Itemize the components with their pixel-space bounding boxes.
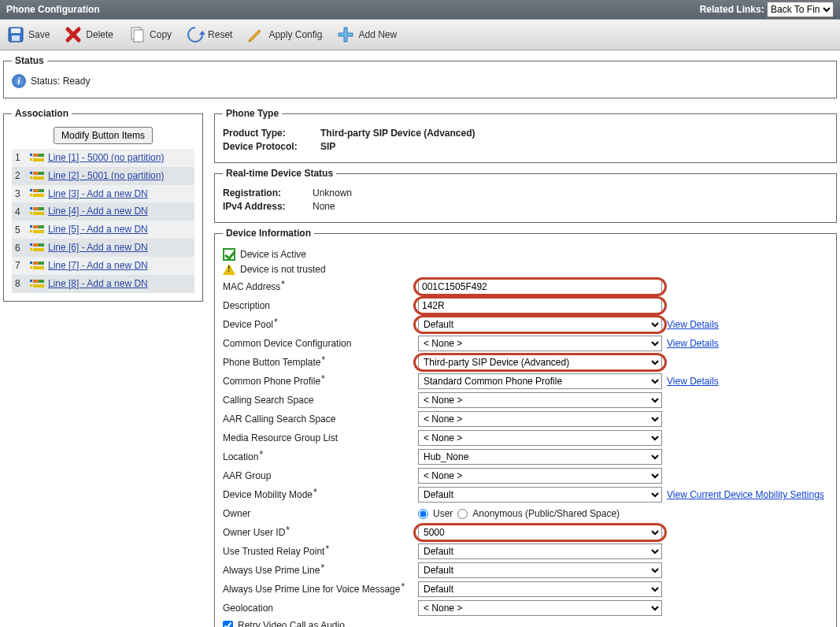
aar-css-select[interactable]: < None >	[418, 411, 662, 427]
line-icon	[29, 171, 46, 182]
check-icon	[223, 248, 235, 261]
line-icon	[29, 188, 46, 199]
device-mobility-mode-select[interactable]: Default	[418, 487, 662, 503]
description-input[interactable]	[418, 298, 662, 314]
line-link[interactable]: Line [4] - Add a new DN	[48, 206, 148, 217]
cdc-view-details[interactable]: View Details	[667, 338, 719, 349]
realtime-legend: Real-time Device Status	[223, 168, 336, 179]
association-row: 5Line [5] - Add a new DN	[12, 221, 194, 239]
reset-icon	[186, 25, 205, 44]
device-info-fieldset: Device Information Device is Active Devi…	[214, 228, 837, 627]
association-row: 8Line [8] - Add a new DN	[12, 275, 194, 293]
line-icon	[29, 206, 46, 217]
line-icon	[29, 261, 46, 272]
association-table: 1Line [1] - 5000 (no partition)2Line [2]…	[12, 149, 194, 293]
toolbar: Save Delete Copy Reset Apply Config Add …	[0, 19, 840, 50]
save-icon	[6, 25, 25, 44]
svg-rect-1	[11, 28, 20, 33]
phone-type-fieldset: Phone Type Product Type:Third-party SIP …	[214, 108, 837, 163]
association-row: 3Line [3] - Add a new DN	[12, 185, 194, 203]
retry-video-checkbox[interactable]	[223, 621, 233, 628]
reset-button[interactable]: Reset	[186, 25, 232, 44]
line-link[interactable]: Line [5] - Add a new DN	[48, 224, 148, 235]
always-use-prime-line-select[interactable]: Default	[418, 562, 662, 578]
cpp-view-details[interactable]: View Details	[667, 376, 719, 387]
line-icon	[29, 279, 46, 290]
association-fieldset: Association Modify Button Items 1Line [1…	[3, 108, 203, 302]
ipv4-value: None	[313, 201, 335, 212]
status-text: Status: Ready	[31, 76, 90, 87]
location-select[interactable]: Hub_None	[418, 449, 662, 465]
plus-icon	[336, 25, 355, 44]
owner-user-radio[interactable]	[418, 509, 428, 519]
always-use-prime-line-vm-select[interactable]: Default	[418, 581, 662, 597]
phone-button-template-select[interactable]: Third-party SIP Device (Advanced)	[418, 354, 662, 370]
association-row: 1Line [1] - 5000 (no partition)	[12, 149, 194, 167]
association-row: 6Line [6] - Add a new DN	[12, 239, 194, 257]
page-header: Phone Configuration Related Links: Back …	[0, 0, 840, 19]
trusted-relay-point-select[interactable]: Default	[418, 544, 662, 559]
line-icon	[29, 153, 46, 164]
line-link[interactable]: Line [7] - Add a new DN	[48, 260, 148, 271]
pencil-icon	[246, 25, 265, 44]
mac-address-input[interactable]	[418, 279, 662, 295]
geolocation-select[interactable]: < None >	[418, 600, 662, 616]
line-link[interactable]: Line [2] - 5001 (no partition)	[48, 170, 164, 181]
status-legend: Status	[12, 55, 47, 66]
line-icon	[29, 243, 46, 254]
line-icon	[29, 224, 46, 236]
realtime-status-fieldset: Real-time Device Status Registration:Unk…	[214, 168, 837, 223]
delete-icon	[64, 25, 83, 44]
svg-rect-2	[12, 35, 20, 41]
copy-icon	[128, 25, 146, 44]
add-new-button[interactable]: Add New	[336, 25, 397, 44]
association-row: 7Line [7] - Add a new DN	[12, 257, 194, 275]
mrgl-select[interactable]: < None >	[418, 430, 662, 446]
apply-config-button[interactable]: Apply Config	[246, 25, 322, 44]
delete-button[interactable]: Delete	[64, 25, 113, 44]
device-info-legend: Device Information	[223, 228, 314, 239]
association-legend: Association	[12, 108, 72, 119]
save-button[interactable]: Save	[6, 25, 50, 44]
page-title: Phone Configuration	[6, 4, 100, 15]
copy-button[interactable]: Copy	[128, 25, 172, 44]
svg-rect-4	[134, 30, 143, 42]
product-type-value: Third-party SIP Device (Advanced)	[320, 128, 476, 139]
related-links: Related Links: Back To Fin	[700, 2, 834, 17]
line-link[interactable]: Line [1] - 5000 (no partition)	[48, 152, 164, 163]
common-device-config-select[interactable]: < None >	[418, 336, 662, 351]
line-link[interactable]: Line [8] - Add a new DN	[48, 278, 148, 289]
common-phone-profile-select[interactable]: Standard Common Phone Profile	[418, 373, 662, 389]
related-links-select[interactable]: Back To Fin	[767, 2, 834, 17]
device-not-trusted-text: Device is not trusted	[240, 264, 326, 275]
status-fieldset: Status i Status: Ready	[3, 55, 837, 98]
phone-type-legend: Phone Type	[223, 108, 282, 119]
aar-group-select[interactable]: < None >	[418, 468, 662, 484]
warning-icon	[223, 264, 235, 275]
registration-value: Unknown	[313, 187, 352, 198]
owner-user-id-select[interactable]: 5000	[418, 525, 662, 540]
device-mobility-link[interactable]: View Current Device Mobility Settings	[667, 489, 824, 500]
modify-button-items[interactable]: Modify Button Items	[54, 127, 153, 144]
line-link[interactable]: Line [6] - Add a new DN	[48, 242, 148, 253]
association-row: 4Line [4] - Add a new DN	[12, 202, 194, 221]
calling-search-space-select[interactable]: < None >	[418, 392, 662, 408]
owner-anon-radio[interactable]	[457, 509, 468, 519]
device-pool-view-details[interactable]: View Details	[667, 319, 719, 330]
info-icon: i	[12, 74, 26, 88]
line-link[interactable]: Line [3] - Add a new DN	[48, 188, 148, 199]
device-active-text: Device is Active	[240, 249, 306, 260]
device-pool-select[interactable]: Default	[418, 317, 662, 332]
device-protocol-value: SIP	[320, 141, 335, 152]
association-row: 2Line [2] - 5001 (no partition)	[12, 167, 194, 185]
